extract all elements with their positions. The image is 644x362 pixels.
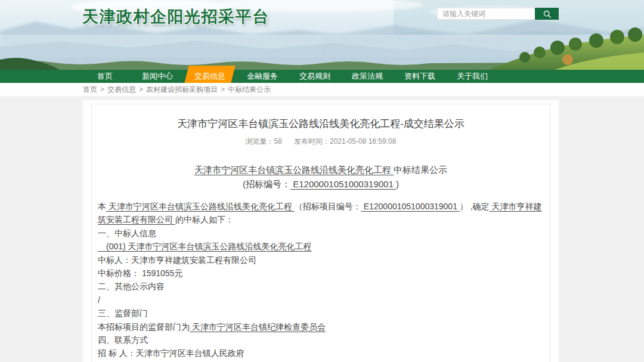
breadcrumb-item[interactable]: 农村建设招标采购项目	[146, 85, 218, 94]
body-line: /	[98, 293, 544, 307]
nav-item-home[interactable]: 首页	[79, 70, 131, 83]
article-card: 天津市宁河区丰台镇滨玉公路线沿线美化亮化工程-成交结果公示 浏览量：58发布时间…	[91, 104, 550, 362]
plain-text: (招标编号：	[243, 179, 290, 189]
body-line: 一、中标人信息	[98, 227, 544, 240]
nav-item-label: 交易信息	[194, 72, 225, 81]
nav-item-label: 新闻中心	[142, 72, 173, 81]
views-label: 浏览量：	[246, 137, 274, 146]
body-line: 招 标 人：天津市宁河区丰台镇人民政府	[98, 346, 544, 360]
nav-item-label: 交易规则	[299, 72, 330, 81]
plain-text: 本	[98, 202, 106, 211]
nav-item-trade-info[interactable]: 交易信息	[184, 70, 236, 83]
views-count: 58	[274, 137, 282, 146]
underlined-text: 天津市宁河区丰台镇滨玉公路线沿线美化亮化工程	[106, 202, 295, 211]
body-line: 中标人：天津市亨祥建筑安装工程有限公司	[98, 253, 544, 267]
plain-text: 中标结果公示	[394, 165, 447, 175]
nav-item-label: 金融服务	[247, 72, 278, 81]
banner: 天津政村企阳光招采平台	[0, 0, 644, 70]
plain-text: /	[98, 295, 100, 305]
body-line: 二、其他公示内容	[98, 280, 544, 293]
nav-item-label: 首页	[97, 72, 113, 81]
breadcrumb-item[interactable]: 交易信息	[107, 85, 136, 94]
publish-time: 2021-05-08 16:59:08	[330, 137, 396, 146]
search-bar	[437, 8, 559, 20]
nav-item-label: 政策法规	[352, 72, 383, 81]
search-input[interactable]	[437, 8, 535, 20]
nav-item-trade-rules[interactable]: 交易规则	[289, 70, 341, 83]
plain-text: （招标项目编号：	[295, 202, 361, 211]
plain-text: )	[396, 179, 399, 189]
search-icon	[543, 10, 552, 18]
content-wrapper: 天津市宁河区丰台镇滨玉公路线沿线美化亮化工程-成交结果公示 浏览量：58发布时间…	[83, 100, 559, 362]
breadcrumb-separator: >	[100, 85, 104, 94]
underlined-text: E1200001051000319001	[361, 202, 460, 211]
body-line: 三、监督部门	[98, 307, 544, 320]
underlined-text: E1200001051000319001	[290, 179, 396, 189]
breadcrumb: 首页>交易信息>农村建设招标采购项目>中标结果公示	[0, 83, 644, 96]
main-content-area: 天津市宁河区丰台镇滨玉公路线沿线美化亮化工程-成交结果公示 浏览量：58发布时间…	[0, 96, 644, 362]
plain-text: 本招标项目的监督部门为	[98, 322, 190, 332]
plain-text: 招 标 人：天津市宁河区丰台镇人民政府	[98, 348, 244, 358]
breadcrumb-separator: >	[139, 85, 143, 94]
plain-text: 三、监督部门	[98, 308, 148, 318]
nav-item-label: 资料下载	[404, 72, 435, 81]
search-button[interactable]	[535, 8, 559, 20]
underlined-text: 天津市宁河区丰台镇滨玉公路线沿线美化亮化工程	[194, 165, 394, 175]
plain-text: 中标人：天津市亨祥建筑安装工程有限公司	[98, 255, 256, 265]
breadcrumb-item: 中标结果公示	[228, 85, 271, 94]
nav-item-about[interactable]: 关于我们	[446, 70, 499, 83]
body-line: 本 天津市宁河区丰台镇滨玉公路线沿线美化亮化工程 （招标项目编号： E12000…	[98, 200, 544, 227]
breadcrumb-separator: >	[221, 85, 225, 94]
article-body: 本 天津市宁河区丰台镇滨玉公路线沿线美化亮化工程 （招标项目编号： E12000…	[98, 200, 544, 362]
nav-item-policies[interactable]: 政策法规	[341, 70, 394, 83]
plain-text: ） ,确定	[460, 202, 490, 211]
plain-text: 四、联系方式	[98, 335, 148, 345]
body-line: (001) 天津市宁河区丰台镇滨玉公路线沿线美化亮化工程	[98, 240, 544, 253]
body-line: 中标价格： 1591055元	[98, 267, 544, 280]
nav-item-financial-services[interactable]: 金融服务	[236, 70, 289, 83]
underlined-text: (001) 天津市宁河区丰台镇滨玉公路线沿线美化亮化工程	[98, 242, 312, 251]
underlined-text: 天津市宁河区丰台镇纪律检查委员会	[190, 322, 326, 332]
plain-text: 一、中标人信息	[98, 228, 156, 238]
notice-title: 天津市宁河区丰台镇滨玉公路线沿线美化亮化工程 中标结果公示	[98, 163, 544, 177]
nav-item-news[interactable]: 新闻中心	[131, 70, 184, 83]
plain-text: 中标价格： 1591055元	[98, 268, 182, 278]
body-line: 本招标项目的监督部门为 天津市宁河区丰台镇纪律检查委员会	[98, 320, 544, 333]
article-meta: 浏览量：58发布时间：2021-05-08 16:59:08	[98, 137, 544, 147]
plain-text: 二、其他公示内容	[98, 281, 165, 291]
site-title: 天津政村企阳光招采平台	[82, 6, 270, 27]
nav-item-label: 关于我们	[457, 72, 488, 81]
main-nav: 首页新闻中心交易信息金融服务交易规则政策法规资料下载关于我们	[0, 70, 644, 83]
body-line: 四、联系方式	[98, 333, 544, 346]
nav-item-downloads[interactable]: 资料下载	[394, 70, 446, 83]
publish-time-label: 发布时间：	[294, 137, 330, 146]
breadcrumb-item[interactable]: 首页	[83, 85, 97, 94]
plain-text: 的中标人如下：	[175, 215, 234, 224]
article-title: 天津市宁河区丰台镇滨玉公路线沿线美化亮化工程-成交结果公示	[98, 117, 544, 131]
bid-number-line: (招标编号： E1200001051000319001 )	[98, 177, 544, 191]
